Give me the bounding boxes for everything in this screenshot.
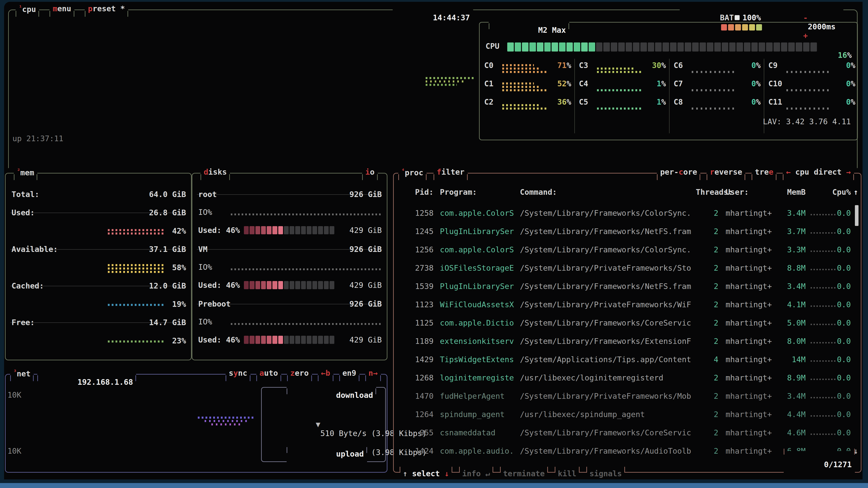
cpu-total-meter — [507, 42, 817, 52]
prev-iface-button[interactable]: ←b — [318, 368, 333, 378]
tree-button[interactable]: tree — [752, 167, 776, 176]
core-percent: 71% — [480, 61, 571, 70]
core-usage-graph — [597, 88, 642, 91]
preset-button[interactable]: preset * — [85, 4, 128, 13]
proc-cell-thr: 2 — [696, 425, 718, 440]
proc-cell-prog: com.apple.ColorS — [440, 206, 514, 220]
mem-cpu-dots — [811, 342, 837, 344]
mem-meter-row: 23% — [6, 333, 191, 348]
info-button[interactable]: info ↵ — [459, 469, 493, 478]
disk-io-row: IO% — [192, 315, 387, 329]
tab-mem[interactable]: ²mem — [14, 167, 37, 177]
per-core-button[interactable]: per-core — [657, 167, 700, 176]
mem-meter — [108, 263, 164, 273]
process-row[interactable]: 1539PlugInLibrarySer/System/Library/Fram… — [394, 279, 861, 293]
net-speed-box: download ▼ 510 Byte/s (3.98 Kibps) ▲ 510… — [261, 387, 386, 462]
process-row[interactable]: 1429TipsWidgetExtens/System/Applications… — [394, 352, 861, 367]
disk-used-meter — [244, 281, 334, 289]
disk-name: Preboot — [198, 297, 230, 311]
col-header-user[interactable]: User: — [725, 188, 749, 199]
tab-disks[interactable]: disks — [200, 167, 230, 176]
disks-panel: disks io root926 GiBIO%Used: 46%429 GiBV… — [192, 173, 388, 360]
io-label: IO% — [198, 315, 212, 329]
download-title: download — [287, 382, 376, 409]
proc-cell-mem: 5.0M — [767, 316, 806, 330]
kill-button[interactable]: kill — [555, 469, 580, 478]
disk-row-vm: VM926 GiB — [192, 242, 387, 256]
proc-cell-thr: 2 — [696, 279, 718, 293]
proc-cell-thr: 2 — [696, 407, 718, 422]
process-row[interactable]: 1189extensionkitserv/System/Library/Fram… — [394, 334, 861, 348]
col-header-threads[interactable]: Threads: — [696, 188, 718, 199]
col-header-mem[interactable]: MemB — [767, 188, 806, 199]
auto-button[interactable]: auto — [256, 368, 281, 378]
next-iface-button[interactable]: n→ — [365, 368, 381, 378]
mem-percent: 23% — [172, 333, 186, 348]
core-percent: 1% — [575, 79, 666, 88]
proc-buttons: per-corereversetree← cpu direct → — [657, 167, 854, 176]
mem-cpu-dots — [811, 269, 837, 270]
proc-cell-pid: 1245 — [394, 224, 434, 238]
core-c7: C70% — [669, 76, 764, 93]
interval-decrease-button[interactable]: - — [803, 13, 808, 22]
proc-cell-mem: 3.4M — [767, 389, 806, 403]
sort-direction-icon[interactable]: ↑ — [854, 188, 858, 199]
used-size: 429 GiB — [349, 223, 382, 237]
signals-button[interactable]: signals — [586, 469, 625, 478]
disk-name: VM — [198, 242, 208, 256]
tab-proc[interactable]: ⁴proc — [398, 167, 427, 177]
terminate-button[interactable]: terminate — [500, 469, 548, 478]
proc-cell-mem: 3.4M — [767, 279, 806, 293]
sort-selector[interactable]: ← cpu direct → — [783, 167, 854, 176]
process-row[interactable]: 955csnameddatad/System/Library/Framework… — [394, 425, 861, 440]
col-header-command[interactable]: Command: — [520, 188, 557, 199]
disk-row-root: root926 GiB — [192, 187, 387, 201]
process-row[interactable]: 2738iOSFilesStorageE/System/Library/Priv… — [394, 261, 861, 275]
net-scale-bottom: 10K — [7, 447, 21, 455]
mem-value: 14.7 GiB — [149, 315, 186, 330]
proc-cell-mem: 8.8M — [767, 261, 806, 275]
proc-cell-cpu: 0.0 — [823, 425, 851, 440]
sync-button[interactable]: sync — [225, 368, 250, 378]
col-header-cpu[interactable]: Cpu% — [823, 188, 851, 199]
filter-button[interactable]: filter — [434, 167, 468, 176]
mem-percent: 58% — [172, 260, 186, 275]
col-header-program[interactable]: Program: — [440, 188, 477, 199]
proc-cell-pid: 1268 — [394, 370, 434, 385]
reverse-button[interactable]: reverse — [707, 167, 745, 176]
process-row[interactable]: 1258com.apple.ColorS/System/Library/Fram… — [394, 206, 861, 220]
mem-meter — [108, 339, 164, 343]
proc-cell-cpu: 0.0 — [823, 261, 851, 275]
zero-button[interactable]: zero — [287, 368, 312, 378]
process-row[interactable]: 1470fudHelperAgent/System/Library/Privat… — [394, 389, 861, 403]
mem-cpu-dots — [811, 360, 837, 362]
tab-cpu: ¹cpu — [16, 4, 39, 14]
core-percent: 0% — [764, 97, 855, 106]
tab-io[interactable]: io — [362, 167, 378, 176]
interface-label[interactable]: en9 — [339, 368, 360, 378]
used-label: Used: 46% — [198, 278, 240, 292]
col-header-pid[interactable]: Pid: — [394, 188, 434, 199]
cpu-total-label: CPU — [486, 41, 499, 51]
mem-cpu-dots — [811, 232, 837, 234]
mem-label: Cached: — [11, 279, 44, 293]
core-c9: C90% — [764, 58, 859, 75]
mem-cpu-dots — [811, 287, 837, 289]
select-button[interactable]: ↑ select ↓ — [400, 469, 452, 478]
proc-cell-cpu: 0.0 — [823, 242, 851, 257]
process-row[interactable]: 1123WiFiCloudAssetsX/System/Library/Priv… — [394, 297, 861, 312]
tab-net[interactable]: ³net — [10, 368, 34, 378]
disk-used-row: Used: 46%429 GiB — [192, 278, 387, 292]
process-row[interactable]: 1125com.apple.Dictio/System/Library/Fram… — [394, 316, 861, 330]
mem-value: 64.0 GiB — [149, 187, 186, 201]
process-row[interactable]: 1256com.apple.ColorS/System/Library/Fram… — [394, 242, 861, 257]
process-row[interactable]: 1268loginitemregiste/usr/libexec/loginit… — [394, 370, 861, 385]
menu-button[interactable]: menu — [50, 4, 74, 13]
proc-scrollbar[interactable] — [855, 205, 859, 226]
cpu-core-box: M2 Max CPU 16% C071%C152%C236%C330%C41%C… — [479, 22, 858, 140]
core-c8: C80% — [669, 94, 764, 111]
proc-cell-prog: PlugInLibrarySer — [440, 224, 514, 238]
process-row[interactable]: 1245PlugInLibrarySer/System/Library/Fram… — [394, 224, 861, 238]
mem-cpu-dots — [811, 415, 837, 417]
process-row[interactable]: 1264spindump_agent/usr/libexec/spindump_… — [394, 407, 861, 422]
